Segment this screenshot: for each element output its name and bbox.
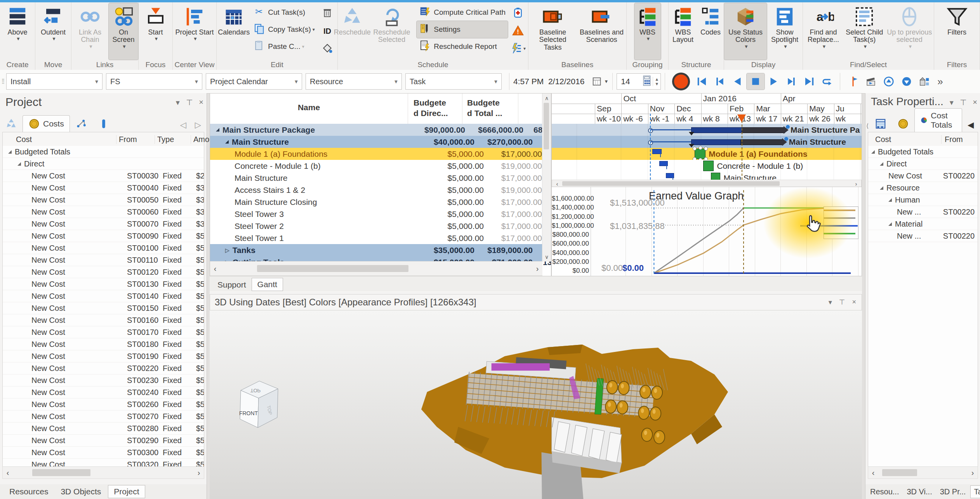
cost-row-ST00120[interactable]: New CostST00120Fixed$5,000.00 bbox=[3, 266, 204, 278]
tree-row-new[interactable]: New ...ST00220 bbox=[868, 206, 978, 218]
ribbon-button-cut-task-s[interactable]: ✂Cut Task(s) bbox=[251, 4, 317, 21]
step-fwd-button[interactable] bbox=[782, 73, 800, 90]
cost-row-ST00290[interactable]: New CostST00290Fixed$5,000.00 bbox=[3, 435, 204, 447]
task-row-concrete-module-1-b-3[interactable]: Concrete - Module 1 (b)$5,000.00$19,000.… bbox=[210, 160, 542, 172]
skip-start-button[interactable] bbox=[693, 73, 711, 90]
task-row-tanks-10[interactable]: ▷Tanks$35,000.00$189,000.0035d bbox=[210, 244, 542, 256]
ribbon-button-settings[interactable]: Settings bbox=[417, 21, 508, 38]
ribbon-button-on-screen[interactable]: On Screen▼ bbox=[109, 3, 138, 60]
project-tab-icon-network[interactable] bbox=[70, 116, 92, 132]
task-row-main-structure-closing-6[interactable]: Main Structure Closing$5,000.00$17,000.0… bbox=[210, 196, 542, 208]
combo-fs[interactable]: FS▼ bbox=[106, 73, 202, 90]
cost-row-ST00060[interactable]: New CostST00060Fixed$3,000.00 bbox=[3, 206, 204, 218]
tree-row-budgeted-totals[interactable]: Budgeted Totals bbox=[3, 146, 204, 158]
task-row-steel-tower-1-9[interactable]: Steel Tower 1$5,000.00$17,000.005d bbox=[210, 232, 542, 244]
interval-stepper[interactable]: 14▲▼ bbox=[617, 73, 661, 90]
step-back-button[interactable] bbox=[711, 73, 729, 90]
task-table-hscrollbar[interactable]: ‹› bbox=[210, 261, 542, 276]
ribbon-button-calendars[interactable]: Calendars bbox=[217, 3, 251, 60]
gantt-hscrollbar[interactable]: ‹› bbox=[552, 180, 862, 187]
task-row-module-1-a-foundations-2[interactable]: Module 1 (a) Foundations$5,000.00$17,000… bbox=[210, 148, 542, 160]
interval-spinner[interactable]: ▲▼ bbox=[653, 77, 660, 86]
column-header-budgeted-direct[interactable]: Budgete d Direc... bbox=[414, 97, 462, 119]
circle-up-button[interactable] bbox=[880, 73, 898, 90]
task-row-main-structure-1[interactable]: Main Structure$40,000.00$270,000.0065d bbox=[210, 136, 542, 148]
tree-row-new-cost[interactable]: New CostST00220 bbox=[868, 170, 978, 182]
clapper-button[interactable] bbox=[862, 73, 880, 90]
tab-scroll-arrows[interactable]: ◁ ▷ bbox=[175, 118, 207, 132]
cost-row-ST00260[interactable]: New CostST00260Fixed$5,000.00 bbox=[3, 399, 204, 411]
bottom-tab-task-p[interactable]: Task P... bbox=[970, 485, 980, 498]
cost-row-ST00150[interactable]: New CostST00150Fixed$5,000.00 bbox=[3, 302, 204, 314]
cost-row-ST00270[interactable]: New CostST00270Fixed$5,000.00 bbox=[3, 411, 204, 423]
ribbon-button-select-child-task-s[interactable]: Select Child Task(s)▼ bbox=[844, 3, 885, 60]
summary-bar-late[interactable] bbox=[742, 127, 785, 133]
combo-task[interactable]: Task▼ bbox=[405, 73, 502, 90]
play-back-button[interactable] bbox=[729, 73, 747, 90]
cost-row-ST00100[interactable]: New CostST00100Fixed$5,000.00 bbox=[3, 242, 204, 254]
bottom-tab-3d-vi[interactable]: 3D Vi... bbox=[904, 486, 935, 498]
skip-end-button[interactable] bbox=[800, 73, 818, 90]
ribbon-button-reschedule-report[interactable]: Reschedule Report bbox=[417, 38, 508, 55]
circle-down-button[interactable] bbox=[898, 73, 916, 90]
scroll-right-icon[interactable]: › bbox=[194, 468, 204, 477]
cost-row-ST00170[interactable]: New CostST00170Fixed$5,000.00 bbox=[3, 326, 204, 338]
builder-button[interactable] bbox=[916, 73, 933, 90]
cost-row-ST00280[interactable]: New CostST00280Fixed$5,000.00 bbox=[3, 423, 204, 435]
date-picker-button[interactable]: ▼ bbox=[591, 73, 608, 90]
ribbon-button-reschedule[interactable]: Reschedule bbox=[338, 3, 367, 60]
pin-icon[interactable]: ⊤ bbox=[960, 98, 966, 107]
bolt-list-icon-button[interactable]: ▾ bbox=[508, 40, 528, 57]
ribbon-button-reschedule-selected[interactable]: Reschedule Selected bbox=[367, 3, 417, 60]
view-cube[interactable]: TOPFRONTTOP bbox=[234, 377, 284, 439]
tab-support[interactable]: Support bbox=[212, 279, 252, 291]
ribbon-button-link-as-chain[interactable]: Link As Chain▼ bbox=[71, 3, 109, 60]
bottom-tab-3d-objects[interactable]: 3D Objects bbox=[55, 485, 106, 498]
tab-sliver[interactable]: ⟨ bbox=[865, 120, 869, 132]
column-header-from[interactable]: From bbox=[116, 135, 155, 144]
warning-icon-button[interactable]: ! bbox=[508, 22, 528, 40]
chevron-down-icon[interactable]: ▼ bbox=[191, 79, 202, 85]
viewport-close-icon[interactable]: × bbox=[852, 298, 856, 307]
bottom-tab-resou[interactable]: Resou... bbox=[867, 486, 902, 498]
combo-resource[interactable]: Resource▼ bbox=[306, 73, 402, 90]
bottom-tab-resources[interactable]: Resources bbox=[4, 485, 54, 498]
ribbon-button-start[interactable]: Start▼ bbox=[142, 3, 169, 60]
ribbon-button-wbs-layout[interactable]: WBS Layout bbox=[669, 3, 697, 60]
combo-install[interactable]: Install▼ bbox=[6, 73, 103, 90]
tree-row-material[interactable]: Material bbox=[868, 218, 978, 230]
tab-cost-totals[interactable]: Cost Totals bbox=[914, 108, 962, 132]
column-header-cost[interactable]: Cost bbox=[3, 135, 116, 144]
ribbon-button-baselines-and-scenarios[interactable]: Baselines and Scenarios bbox=[577, 3, 626, 60]
panel-menu-icon[interactable]: ▾ bbox=[176, 98, 180, 107]
tree-row-human[interactable]: Human bbox=[868, 194, 978, 206]
tree-row-resource[interactable]: Resource bbox=[868, 182, 978, 194]
bottom-tab-project[interactable]: Project bbox=[108, 485, 145, 498]
cost-row-ST00230[interactable]: New CostST00230Fixed$5,000.00 bbox=[3, 374, 204, 386]
tree-row-budgeted-totals[interactable]: Budgeted Totals bbox=[868, 146, 978, 158]
task-bar-green[interactable] bbox=[703, 161, 714, 171]
column-header-type[interactable]: Type bbox=[155, 135, 191, 144]
toolbar-overflow-button[interactable]: » bbox=[937, 76, 943, 88]
cost-row-ST00050[interactable]: New CostST00050Fixed$3,000.00 bbox=[3, 194, 204, 206]
summary-bar[interactable] bbox=[691, 139, 741, 145]
marker-flag-button[interactable] bbox=[844, 73, 862, 90]
cost-row-ST00140[interactable]: New CostST00140Fixed$5,000.00 bbox=[3, 290, 204, 302]
play-button[interactable] bbox=[765, 73, 782, 90]
tab-gantt[interactable]: Gantt bbox=[252, 278, 283, 291]
chevron-down-icon[interactable]: ▼ bbox=[391, 79, 401, 85]
column-header-budgeted-total[interactable]: Budgete d Total ... bbox=[467, 97, 518, 119]
cost-row-ST00180[interactable]: New CostST00180Fixed$5,000.00 bbox=[3, 338, 204, 350]
toolbar-grip[interactable]: ⁞⁞ bbox=[2, 78, 4, 86]
ribbon-button-above[interactable]: Above▼ bbox=[4, 3, 31, 60]
ribbon-button-project-start[interactable]: Project Start▼ bbox=[174, 3, 215, 60]
cost-row-ST00030[interactable]: New CostST00030Fixed$2,000.00 bbox=[3, 170, 204, 182]
column-header-name[interactable]: Name bbox=[210, 103, 408, 112]
ribbon-button-filters[interactable]: Filters bbox=[944, 3, 970, 60]
task-row-access-stairs-1-2-5[interactable]: Access Stairs 1 & 2$5,000.00$19,000.005d bbox=[210, 184, 542, 196]
fill-icon-button[interactable] bbox=[317, 40, 337, 57]
cost-row-ST00110[interactable]: New CostST00110Fixed$5,000.00 bbox=[3, 254, 204, 266]
loop-button[interactable] bbox=[818, 73, 836, 90]
ribbon-button-outdent[interactable]: Outdent▼ bbox=[40, 3, 67, 60]
3d-viewport[interactable]: TOPFRONTTOP bbox=[210, 310, 862, 499]
